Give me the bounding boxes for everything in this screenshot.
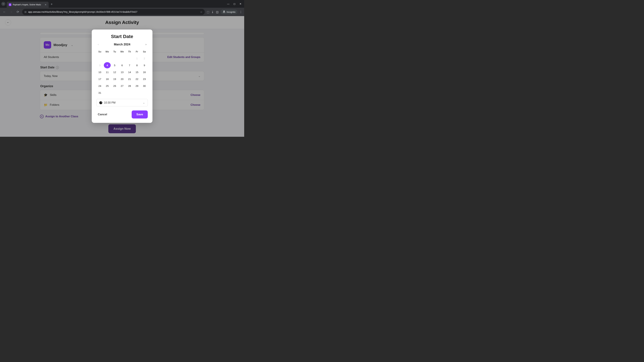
calendar-day[interactable]: 4 <box>104 62 110 68</box>
calendar-days: 1234567891011121314151617181920212223242… <box>96 55 148 96</box>
reload-icon[interactable]: ⟳ <box>16 10 20 14</box>
time-selector[interactable]: 10:30 PM ⌄ <box>96 99 148 106</box>
calendar-day[interactable]: 8 <box>134 62 140 68</box>
calendar-day[interactable]: 16 <box>141 69 148 75</box>
modal-title: Start Date <box>96 34 148 39</box>
calendar-day[interactable]: 24 <box>96 83 103 89</box>
extensions-icon[interactable]: ⬚ <box>207 10 209 13</box>
calendar-day <box>96 55 103 61</box>
calendar-day[interactable]: 12 <box>111 69 118 75</box>
browser-toolbar: ← → ⟳ ⊟ app.seesaw.me/#/activities/libra… <box>0 8 244 16</box>
calendar-day <box>119 55 126 61</box>
weekday-label: Tu <box>111 49 118 54</box>
calendar-day[interactable]: 20 <box>119 76 126 82</box>
incognito-badge[interactable]: Incognito <box>220 9 238 14</box>
calendar-day[interactable]: 9 <box>141 62 148 68</box>
calendar-day[interactable]: 5 <box>111 62 118 68</box>
calendar-day[interactable]: 13 <box>119 69 126 75</box>
weekday-label: Sa <box>141 49 148 54</box>
calendar-day <box>104 90 110 96</box>
calendar-day[interactable]: 31 <box>96 90 103 96</box>
calendar-day: 2 <box>141 55 148 61</box>
calendar-day[interactable]: 14 <box>126 69 133 75</box>
tab-title: Raphael's Angels, Sistine Mado <box>13 3 43 6</box>
chevron-down-icon: ⌄ <box>143 101 145 104</box>
start-date-modal: Start Date ‹ March 2024 › SuMoTuWeThFrSa… <box>92 29 152 123</box>
calendar-day <box>104 55 110 61</box>
calendar-day[interactable]: 22 <box>134 76 140 82</box>
weekday-label: Th <box>126 49 133 54</box>
browser-tab[interactable]: S Raphael's Angels, Sistine Mado ✕ <box>7 2 49 8</box>
incognito-icon <box>222 10 226 13</box>
window-controls: — ◻ ✕ <box>227 2 243 5</box>
downloads-icon[interactable]: ⭳ <box>211 10 214 13</box>
maximize-icon[interactable]: ◻ <box>234 2 236 5</box>
site-info-icon[interactable]: ⊟ <box>24 10 26 13</box>
menu-icon[interactable]: ⋮ <box>240 10 242 13</box>
calendar-day[interactable]: 28 <box>126 83 133 89</box>
calendar-day[interactable]: 23 <box>141 76 148 82</box>
modal-actions: Cancel Save <box>96 110 148 118</box>
bookmark-icon[interactable]: ☆ <box>200 10 202 13</box>
back-icon[interactable]: ← <box>2 10 7 14</box>
month-nav: ‹ March 2024 › <box>96 42 148 46</box>
calendar-day[interactable]: 21 <box>126 76 133 82</box>
modal-overlay[interactable]: Start Date ‹ March 2024 › SuMoTuWeThFrSa… <box>0 16 244 137</box>
prev-month-button[interactable]: ‹ <box>96 42 100 46</box>
calendar-day[interactable]: 30 <box>141 83 148 89</box>
calendar-day[interactable]: 29 <box>134 83 140 89</box>
calendar-day <box>126 55 133 61</box>
sidepanel-icon[interactable]: ◫ <box>216 10 218 13</box>
tab-favicon: S <box>9 3 12 6</box>
calendar-day[interactable]: 26 <box>111 83 118 89</box>
month-label: March 2024 <box>114 43 130 46</box>
calendar-day[interactable]: 7 <box>126 62 133 68</box>
calendar-day[interactable]: 18 <box>104 76 110 82</box>
calendar-day[interactable]: 10 <box>96 69 103 75</box>
calendar-day[interactable]: 19 <box>111 76 118 82</box>
calendar-day <box>119 90 126 96</box>
browser-tab-strip: S Raphael's Angels, Sistine Mado ✕ + — ◻… <box>0 0 244 8</box>
next-month-button[interactable]: › <box>144 42 148 46</box>
time-value: 10:30 PM <box>104 101 116 104</box>
calendar-day[interactable]: 11 <box>104 69 110 75</box>
close-window-icon[interactable]: ✕ <box>240 2 242 5</box>
calendar-day[interactable]: 27 <box>119 83 126 89</box>
calendar-day <box>141 90 148 96</box>
calendar-day <box>111 90 118 96</box>
tab-close-icon[interactable]: ✕ <box>44 3 46 6</box>
forward-icon[interactable]: → <box>9 10 14 14</box>
calendar-day[interactable]: 17 <box>96 76 103 82</box>
minimize-icon[interactable]: — <box>227 2 230 5</box>
address-bar[interactable]: ⊟ app.seesaw.me/#/activities/library?my_… <box>22 9 205 15</box>
weekday-label: Fr <box>134 49 140 54</box>
calendar-day[interactable]: 25 <box>104 83 110 89</box>
calendar-day <box>126 90 133 96</box>
calendar-day: 1 <box>134 55 140 61</box>
page-content: ← Assign Activity Mo Moodjoy ⌄ All Stude… <box>0 16 244 137</box>
new-tab-button[interactable]: + <box>51 2 53 6</box>
calendar-day <box>111 55 118 61</box>
clock-icon <box>99 101 102 104</box>
incognito-label: Incognito <box>226 11 236 13</box>
weekday-label: Mo <box>104 49 110 54</box>
url-text: app.seesaw.me/#/activities/library?my_li… <box>28 10 198 13</box>
calendar-day: 3 <box>96 62 103 68</box>
calendar-day[interactable]: 6 <box>119 62 126 68</box>
calendar-day <box>134 90 140 96</box>
weekday-label: We <box>119 49 126 54</box>
cancel-button[interactable]: Cancel <box>96 111 108 118</box>
weekday-header: SuMoTuWeThFrSa <box>96 49 148 54</box>
tab-search-button[interactable] <box>1 2 5 6</box>
save-button[interactable]: Save <box>132 110 148 118</box>
weekday-label: Su <box>96 49 103 54</box>
calendar-day[interactable]: 15 <box>134 69 140 75</box>
